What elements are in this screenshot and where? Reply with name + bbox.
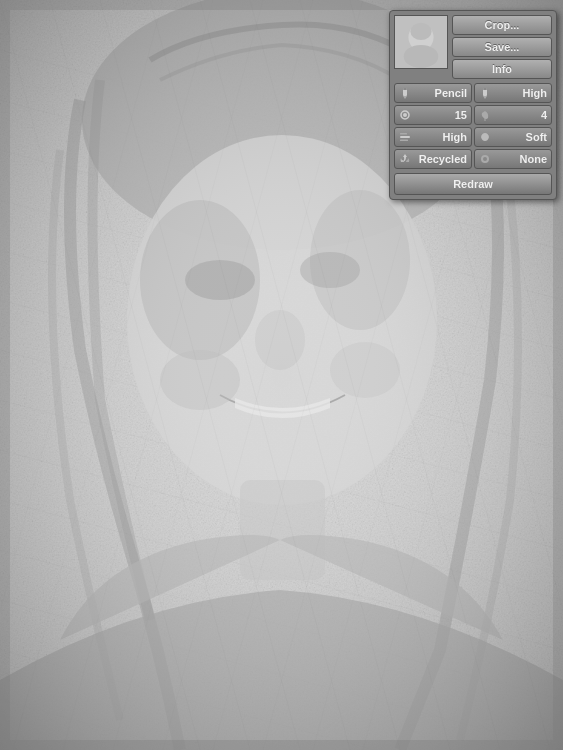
count-cell[interactable]: 4 xyxy=(474,105,552,125)
panel-top: Crop... Save... Info xyxy=(394,15,552,79)
leaf-icon xyxy=(479,109,491,121)
count-label: 4 xyxy=(494,109,547,121)
quality-icon xyxy=(479,87,491,99)
info-button[interactable]: Info xyxy=(452,59,552,79)
row-4: Recycled None xyxy=(394,149,552,169)
svg-rect-57 xyxy=(483,88,487,90)
svg-point-50 xyxy=(404,45,439,68)
row-2: 15 4 xyxy=(394,105,552,125)
svg-point-59 xyxy=(403,113,407,117)
svg-rect-63 xyxy=(400,140,408,142)
crop-button[interactable]: Crop... xyxy=(452,15,552,35)
quality-cell[interactable]: High xyxy=(474,83,552,103)
save-button[interactable]: Save... xyxy=(452,37,552,57)
size-label: 15 xyxy=(414,109,467,121)
svg-rect-62 xyxy=(400,133,407,135)
none-label: None xyxy=(494,153,547,165)
soft-cell[interactable]: Soft xyxy=(474,127,552,147)
row-1: Pencil High xyxy=(394,83,552,103)
quality-label: High xyxy=(494,87,547,99)
size-cell[interactable]: 15 xyxy=(394,105,472,125)
svg-point-65 xyxy=(483,157,487,161)
detail-cell[interactable]: High xyxy=(394,127,472,147)
panel-buttons: Crop... Save... Info xyxy=(452,15,552,79)
svg-marker-56 xyxy=(483,96,487,99)
pencil-type-cell[interactable]: Pencil xyxy=(394,83,472,103)
pencil-icon xyxy=(399,87,411,99)
svg-marker-53 xyxy=(403,96,407,99)
none-icon xyxy=(479,153,491,165)
detail-icon xyxy=(399,131,411,143)
none-cell[interactable]: None xyxy=(474,149,552,169)
svg-rect-61 xyxy=(400,136,410,138)
thumbnail xyxy=(394,15,448,69)
control-panel: Crop... Save... Info Pencil High xyxy=(389,10,557,200)
svg-rect-54 xyxy=(403,88,407,90)
soft-icon xyxy=(479,131,491,143)
row-3: High Soft xyxy=(394,127,552,147)
soft-label: Soft xyxy=(494,131,547,143)
size-icon xyxy=(399,109,411,121)
svg-point-51 xyxy=(410,23,431,40)
pencil-type-label: Pencil xyxy=(414,87,467,99)
recycled-label: Recycled xyxy=(414,153,467,165)
recycled-cell[interactable]: Recycled xyxy=(394,149,472,169)
detail-label: High xyxy=(414,131,467,143)
recycle-icon xyxy=(399,153,411,165)
redraw-button[interactable]: Redraw xyxy=(394,173,552,195)
